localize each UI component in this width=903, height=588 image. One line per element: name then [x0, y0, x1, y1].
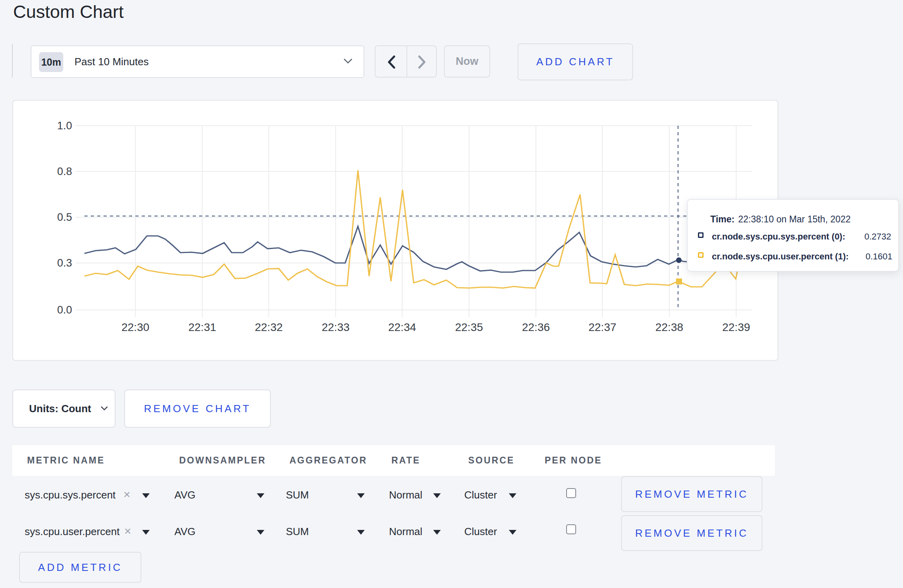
svg-text:22:33: 22:33: [322, 321, 350, 333]
svg-text:22:38: 22:38: [655, 321, 683, 333]
svg-text:22:39: 22:39: [722, 321, 750, 333]
svg-text:1.0: 1.0: [57, 120, 72, 132]
svg-text:0.3: 0.3: [57, 257, 72, 269]
svg-text:22:34: 22:34: [388, 321, 416, 333]
svg-text:22:31: 22:31: [188, 321, 216, 333]
svg-text:22:30: 22:30: [121, 321, 149, 333]
svg-text:22:32: 22:32: [255, 321, 283, 333]
svg-text:0.5: 0.5: [57, 211, 72, 223]
svg-text:22:36: 22:36: [522, 321, 550, 333]
svg-text:22:35: 22:35: [455, 321, 483, 333]
svg-text:0.8: 0.8: [57, 165, 72, 177]
svg-text:0.0: 0.0: [57, 304, 72, 316]
svg-text:22:37: 22:37: [588, 321, 616, 333]
